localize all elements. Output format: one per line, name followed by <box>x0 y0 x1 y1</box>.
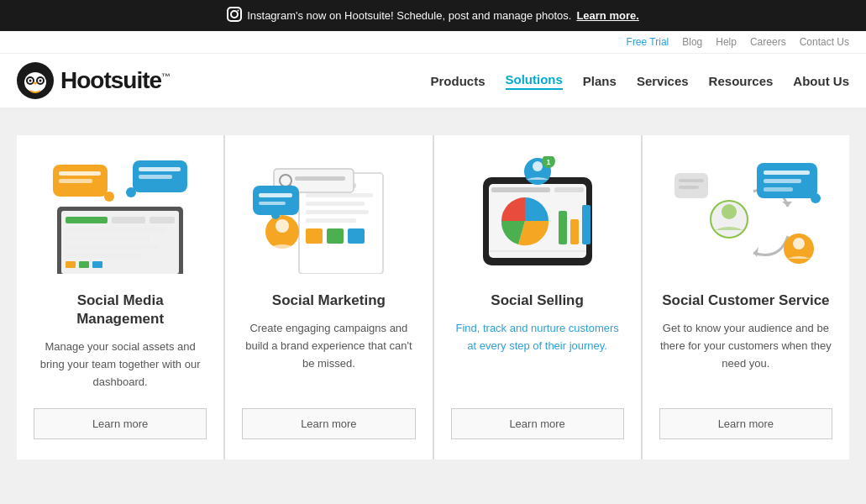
svg-rect-72 <box>764 171 810 175</box>
svg-rect-41 <box>327 228 344 244</box>
card-social-selling: 1 Social Selling Find, track and nurture… <box>434 135 641 459</box>
nav-resources[interactable]: Resources <box>709 74 774 88</box>
svg-rect-65 <box>491 187 550 192</box>
svg-rect-42 <box>348 228 365 244</box>
secondary-nav-contact[interactable]: Contact Us <box>800 36 849 48</box>
content-area: Social Media Management Manage your soci… <box>0 110 866 485</box>
svg-rect-39 <box>306 218 356 223</box>
secondary-nav-careers[interactable]: Careers <box>750 36 786 48</box>
svg-point-10 <box>39 80 42 82</box>
svg-point-77 <box>793 238 805 249</box>
svg-rect-74 <box>764 187 793 192</box>
svg-rect-27 <box>59 171 101 176</box>
svg-point-33 <box>126 187 136 197</box>
primary-nav: Products Solutions Plans Services Resour… <box>431 72 850 90</box>
svg-rect-31 <box>139 167 181 171</box>
secondary-nav-help[interactable]: Help <box>716 36 737 48</box>
svg-point-9 <box>29 80 32 82</box>
svg-rect-46 <box>295 176 345 181</box>
svg-rect-37 <box>306 202 365 206</box>
svg-rect-21 <box>66 244 158 249</box>
svg-rect-58 <box>570 219 579 244</box>
svg-rect-18 <box>150 217 175 223</box>
illustration-social-customer-service <box>659 152 832 278</box>
card-desc-scs: Get to know your audience and be there f… <box>659 320 832 391</box>
card-title-sm: Social Marketing <box>272 291 386 310</box>
svg-rect-28 <box>59 179 92 183</box>
card-desc-smm: Manage your social assets and bring your… <box>34 339 207 391</box>
svg-text:1: 1 <box>546 158 550 166</box>
svg-point-75 <box>811 193 821 203</box>
svg-rect-0 <box>228 8 241 21</box>
nav-services[interactable]: Services <box>637 74 689 88</box>
svg-point-62 <box>533 161 543 171</box>
secondary-nav: Free Trial Blog Help Careers Contact Us <box>0 31 866 54</box>
svg-point-1 <box>231 11 238 18</box>
svg-point-2 <box>238 10 239 12</box>
card-social-marketing: Social Marketing Create engaging campaig… <box>225 135 432 459</box>
logo-text: Hootsuite™ <box>60 67 170 94</box>
svg-marker-70 <box>753 247 758 257</box>
card-title-ss: Social Selling <box>491 291 584 310</box>
learn-more-smm[interactable]: Learn more <box>34 408 207 439</box>
illustration-social-media-management <box>34 152 207 278</box>
announcement-bar: Instagram's now on Hootsuite! Schedule, … <box>0 0 866 31</box>
announcement-text: Instagram's now on Hootsuite! Schedule, … <box>247 9 571 22</box>
nav-plans[interactable]: Plans <box>583 74 617 88</box>
instagram-icon <box>227 7 242 24</box>
svg-point-29 <box>104 192 114 202</box>
svg-rect-32 <box>139 175 172 179</box>
main-header: Hootsuite™ Products Solutions Plans Serv… <box>0 54 866 110</box>
svg-point-48 <box>276 219 289 233</box>
card-grid: Social Media Management Manage your soci… <box>17 135 849 459</box>
svg-rect-50 <box>253 186 299 215</box>
svg-rect-57 <box>559 211 567 244</box>
svg-rect-36 <box>306 193 373 197</box>
secondary-nav-free-trial[interactable]: Free Trial <box>627 36 669 48</box>
nav-solutions[interactable]: Solutions <box>506 72 563 90</box>
svg-rect-52 <box>259 202 286 205</box>
learn-more-sm[interactable]: Learn more <box>242 408 415 439</box>
svg-point-53 <box>271 211 280 219</box>
card-desc-sm: Create engaging campaigns and build a br… <box>242 320 415 391</box>
svg-marker-69 <box>782 202 792 207</box>
illustration-social-selling: 1 <box>451 152 624 278</box>
illustration-social-marketing <box>242 152 415 278</box>
learn-more-scs[interactable]: Learn more <box>659 408 832 439</box>
svg-rect-80 <box>679 186 699 189</box>
svg-rect-38 <box>306 210 369 214</box>
announcement-link[interactable]: Learn more. <box>576 9 638 22</box>
secondary-nav-blog[interactable]: Blog <box>682 36 702 48</box>
svg-rect-16 <box>66 217 108 223</box>
svg-rect-51 <box>259 193 292 197</box>
nav-about-us[interactable]: About Us <box>793 74 849 88</box>
card-title-scs: Social Customer Service <box>662 291 829 310</box>
svg-rect-25 <box>92 261 102 268</box>
card-desc-ss: Find, track and nurture customers at eve… <box>451 320 624 391</box>
svg-rect-66 <box>554 187 584 192</box>
card-title-smm: Social Media Management <box>34 291 207 328</box>
svg-rect-20 <box>66 236 150 241</box>
svg-rect-59 <box>582 205 590 244</box>
hootsuite-owl-logo <box>17 62 54 99</box>
svg-rect-23 <box>66 261 76 268</box>
svg-rect-19 <box>66 228 166 233</box>
svg-rect-79 <box>679 179 704 182</box>
card-social-media-management: Social Media Management Manage your soci… <box>17 135 223 459</box>
svg-rect-73 <box>764 179 801 183</box>
svg-point-68 <box>722 204 737 219</box>
svg-rect-22 <box>66 253 141 258</box>
svg-rect-17 <box>112 217 145 223</box>
svg-rect-24 <box>79 261 89 268</box>
card-social-customer-service: Social Customer Service Get to know your… <box>643 135 849 459</box>
nav-products[interactable]: Products <box>431 74 485 88</box>
learn-more-ss[interactable]: Learn more <box>451 408 624 439</box>
logo-area: Hootsuite™ <box>17 62 170 99</box>
svg-rect-40 <box>306 228 323 244</box>
